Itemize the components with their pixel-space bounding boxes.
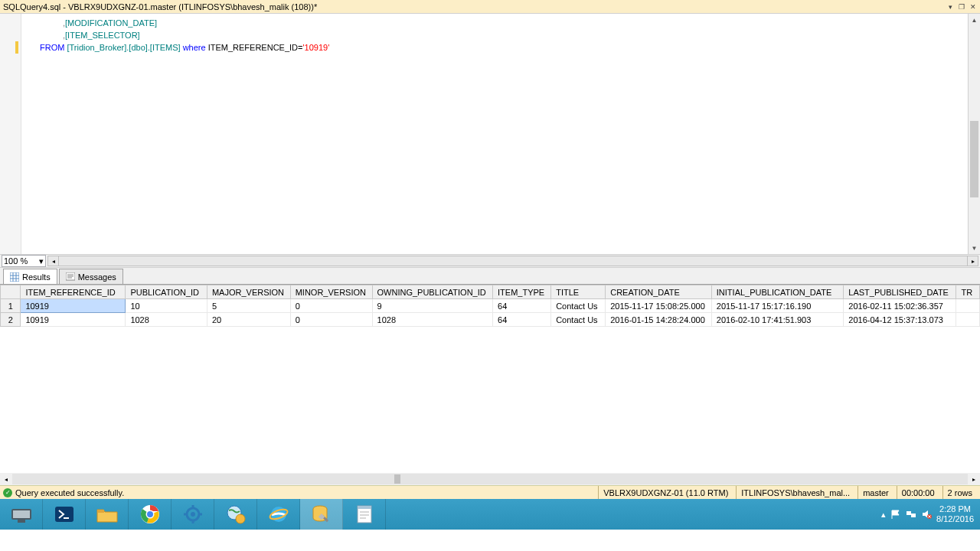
scroll-track[interactable] [12, 474, 968, 484]
tray-flag-icon[interactable] [890, 509, 901, 520]
sql-editor[interactable]: ,[MODIFICATION_DATE] ,[ITEM_SELECTOR] FR… [0, 14, 980, 254]
grid-horizontal-scrollbar[interactable]: ◂ ▸ [0, 473, 980, 485]
table-row[interactable]: 1109191050964Contact Us2015-11-17 15:08:… [1, 299, 980, 313]
cell[interactable]: Contact Us [551, 313, 606, 327]
column-header[interactable]: ITEM_REFERENCE_ID [21, 285, 126, 299]
column-header[interactable]: CREATION_DATE [606, 285, 712, 299]
windows-taskbar[interactable]: ▴ 2:28 PM 8/12/2016 [0, 499, 980, 530]
document-title-bar: SQLQuery4.sql - VBLRX9UDXGNZ-01.master (… [0, 0, 980, 14]
scroll-down-icon[interactable]: ▼ [969, 242, 980, 254]
editor-footer-bar: 100 %▾ ◂ ▸ [0, 254, 980, 268]
editor-vertical-scrollbar[interactable]: ▲ ▼ [968, 14, 980, 254]
cell[interactable]: 1028 [126, 313, 207, 327]
maximize-restore-icon[interactable]: ❐ [956, 2, 967, 12]
column-header[interactable]: ITEM_TYPE [493, 285, 551, 299]
editor-gutter [0, 14, 21, 254]
status-elapsed: 00:00:00 [897, 486, 939, 499]
taskbar-powershell-icon[interactable] [43, 499, 86, 530]
svg-rect-11 [18, 520, 25, 523]
taskbar-notepad-icon[interactable] [343, 499, 386, 530]
svg-rect-36 [906, 511, 911, 515]
svg-point-25 [236, 514, 245, 523]
tray-network-icon[interactable] [906, 509, 916, 520]
svg-rect-37 [911, 514, 916, 517]
cell[interactable]: 5 [207, 299, 290, 313]
scroll-thumb[interactable] [970, 121, 978, 197]
scroll-thumb[interactable] [394, 474, 400, 484]
cell[interactable]: 64 [493, 313, 551, 327]
row-number[interactable]: 2 [1, 313, 21, 327]
status-rowcount: 2 rows [942, 486, 977, 499]
tray-time: 2:28 PM [936, 504, 974, 514]
column-header[interactable]: MINOR_VERSION [290, 285, 372, 299]
cell[interactable]: 0 [290, 313, 372, 327]
taskbar-settings-icon[interactable] [172, 499, 214, 530]
cell[interactable]: 10 [126, 299, 207, 313]
tray-chevron-up-icon[interactable]: ▴ [881, 510, 886, 520]
taskbar-chrome-icon[interactable] [129, 499, 172, 530]
scroll-up-icon[interactable]: ▲ [969, 14, 980, 26]
taskbar-ssms-icon[interactable] [300, 499, 343, 530]
grid-empty-area [0, 327, 980, 473]
results-tabstrip: Results Messages [0, 268, 980, 285]
cell[interactable]: 0 [290, 299, 372, 313]
tray-date: 8/12/2016 [936, 514, 974, 524]
editor-horizontal-scrollbar[interactable]: ◂ ▸ [47, 256, 978, 266]
close-icon[interactable]: ✕ [968, 2, 978, 12]
scroll-left-icon[interactable]: ◂ [47, 256, 59, 266]
column-header[interactable]: INITIAL_PUBLICATION_DATE [711, 285, 844, 299]
tray-clock[interactable]: 2:28 PM 8/12/2016 [936, 504, 974, 524]
scroll-left-icon[interactable]: ◂ [0, 474, 12, 484]
scroll-right-icon[interactable]: ▸ [967, 256, 978, 266]
cell[interactable]: 2016-02-11 15:02:36.357 [844, 299, 956, 313]
cell[interactable]: 64 [493, 299, 551, 313]
document-title: SQLQuery4.sql - VBLRX9UDXGNZ-01.master (… [2, 2, 944, 11]
scroll-track[interactable] [59, 256, 967, 266]
cell[interactable]: 9 [372, 299, 493, 313]
taskbar-explorer-icon[interactable] [86, 499, 129, 530]
tab-results[interactable]: Results [3, 269, 57, 284]
row-header-corner [1, 285, 21, 299]
column-header[interactable]: TR [956, 285, 980, 299]
cell[interactable]: 2015-11-17 15:17:16.190 [711, 299, 844, 313]
status-server: VBLRX9UDXGNZ-01 (11.0 RTM) [598, 486, 733, 499]
column-header[interactable]: LAST_PUBLISHED_DATE [844, 285, 956, 299]
change-marker-icon [15, 41, 18, 54]
column-header[interactable]: TITLE [551, 285, 606, 299]
column-header[interactable]: MAJOR_VERSION [207, 285, 290, 299]
cell[interactable]: 2016-02-10 17:41:51.903 [711, 313, 844, 327]
tab-results-label: Results [22, 272, 51, 282]
cell[interactable]: 2016-04-12 15:37:13.073 [844, 313, 956, 327]
cell[interactable] [956, 313, 980, 327]
scroll-right-icon[interactable]: ▸ [968, 474, 980, 484]
toolbar-menu-dropdown-icon[interactable]: ▾ [945, 2, 956, 12]
status-message: Query executed successfully. [15, 488, 595, 497]
cell[interactable]: Contact Us [551, 299, 606, 313]
cell[interactable]: 2015-11-17 15:08:25.000 [606, 299, 712, 313]
cell[interactable]: 20 [207, 313, 290, 327]
svg-rect-14 [97, 510, 104, 513]
grid-icon [10, 272, 19, 282]
cell[interactable]: 2016-01-15 14:28:24.000 [606, 313, 712, 327]
taskbar-globe-settings-icon[interactable] [214, 499, 257, 530]
results-grid[interactable]: ITEM_REFERENCE_IDPUBLICATION_IDMAJOR_VER… [0, 285, 980, 485]
column-header[interactable]: PUBLICATION_ID [126, 285, 207, 299]
cell[interactable]: 10919 [21, 299, 126, 313]
tray-volume-icon[interactable] [921, 509, 932, 520]
svg-point-19 [191, 512, 195, 517]
column-header[interactable]: OWNING_PUBLICATION_ID [372, 285, 493, 299]
cell[interactable]: 1028 [372, 313, 493, 327]
taskbar-server-manager-icon[interactable] [0, 499, 43, 530]
row-number[interactable]: 1 [1, 299, 21, 313]
cell[interactable]: 10919 [21, 313, 126, 327]
zoom-value: 100 % [4, 256, 39, 266]
cell[interactable] [956, 299, 980, 313]
results-table[interactable]: ITEM_REFERENCE_IDPUBLICATION_IDMAJOR_VER… [0, 285, 980, 327]
sql-code[interactable]: ,[MODIFICATION_DATE] ,[ITEM_SELECTOR] FR… [21, 14, 968, 254]
status-bar: ✓ Query executed successfully. VBLRX9UDX… [0, 485, 980, 499]
taskbar-ie-icon[interactable] [257, 499, 300, 530]
table-row[interactable]: 2109191028200102864Contact Us2016-01-15 … [1, 313, 980, 327]
tab-messages[interactable]: Messages [59, 269, 123, 284]
system-tray[interactable]: ▴ 2:28 PM 8/12/2016 [875, 504, 980, 524]
zoom-select[interactable]: 100 %▾ [2, 255, 46, 267]
